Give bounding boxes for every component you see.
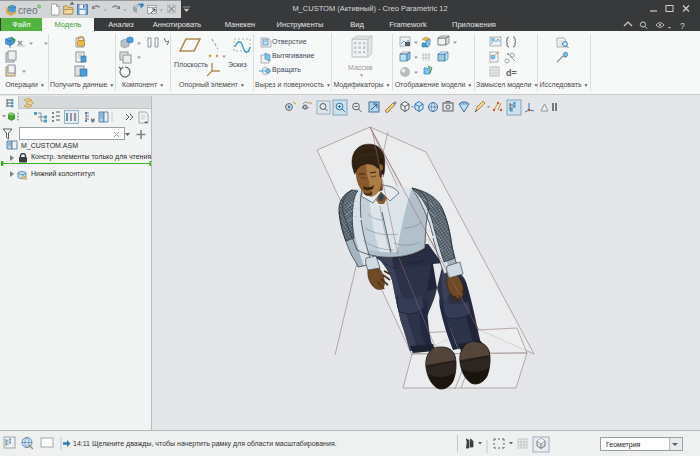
svg-text:?: ? [680, 21, 685, 31]
svg-text:d=: d= [506, 68, 517, 78]
svg-text:creo: creo [18, 5, 38, 16]
